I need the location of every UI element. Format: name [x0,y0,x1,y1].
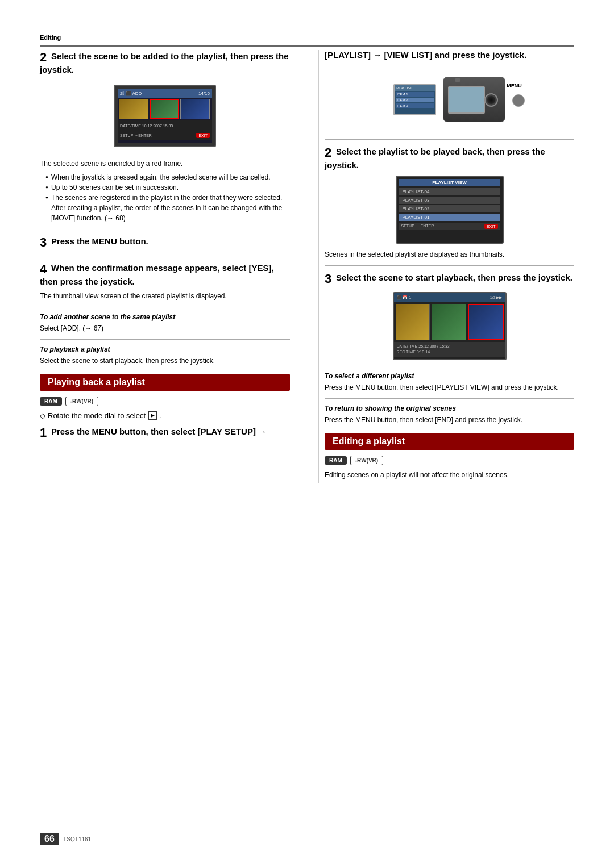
pb-datetime: DATE/TIME 25.12.2007 15:33 [397,344,503,349]
rw-badge-right: -RW(VR) [350,456,383,465]
screen-inner: 2⃣ ⬛ ADD 14/16 DATE/TIME 10.12.2007 15:3… [118,89,212,143]
step2-play-heading: 2 Select the playlist to be played back,… [325,145,574,170]
bullet-2: Up to 50 scenes can be set in succession… [45,182,290,193]
lcd-item1: ITEM 1 [396,92,434,97]
page: Editing 2 Select the scene to be added t… [0,0,614,868]
to-different-text: Press the MENU button, then select [PLAY… [325,382,574,393]
page-footer: 66 LSQT1161 [40,833,91,845]
pb-setup-label: SETUP → PLAY [397,359,426,360]
left-badges: RAM -RW(VR) [40,397,290,406]
thumbnail-note: The thumbnail view screen of the created… [40,291,290,301]
playlist-view-heading: [PLAYLIST] → [VIEW LIST] and press the j… [325,50,574,60]
playback-footer: SETUP → PLAY [394,357,505,360]
page-code: LSQT1161 [64,836,91,842]
step3-heading: 3 Press the MENU button. [40,235,290,250]
step2-heading: 2 Select the scene to be added to the pl… [40,50,290,74]
setup-enter-label: SETUP → ENTER [401,224,434,229]
left-column: 2 Select the scene to be added to the pl… [40,50,296,483]
camera-with-screen: PLAYLIST ITEM 1 ITEM 2 ITEM 3 [393,77,505,122]
camera-lcd-screen: PLAYLIST ITEM 1 ITEM 2 ITEM 3 [393,84,436,115]
toolbar-left: 2⃣ ⬛ ADD [120,91,142,96]
step3-play-number: 3 [325,272,331,286]
lcd-item2: ITEM 2 [396,98,434,102]
setup-label: SETUP →ENTER [120,133,152,137]
step3-play-text: Select the scene to start playback, then… [336,273,572,282]
step3-text: Press the MENU button. [51,236,148,246]
step1-play-heading: 1 Press the MENU button, then select [PL… [40,425,290,440]
camera-screen [448,86,485,114]
camera-body: MENU [443,77,505,122]
rw-badge-left: -RW(VR) [65,397,98,406]
thumb-3 [180,99,210,119]
period: . [159,411,161,420]
lcd-toolbar-text: PLAYLIST [396,86,412,90]
datetime-label: DATE/TIME 10.12.2007 15:33 [120,124,173,128]
exit-btn: EXIT [196,133,210,138]
playback-top-bar: ⬛ 📅 1 1/3 ▶▶ [394,293,505,302]
mode-dial-row: ◇ Rotate the mode dial to select ▶ . [40,411,290,420]
top-divider [40,45,574,47]
divider-4 [40,339,290,340]
step2-number: 2 [40,50,47,64]
playlist-item-03: PLAYLIST-03 [399,197,500,204]
playback-icon-left: ⬛ 📅 1 [397,295,412,300]
camera-lens [484,93,498,107]
playlist-item-01-selected: PLAYLIST-01 [399,214,500,221]
screen-thumbs [118,98,212,120]
lcd-item3: ITEM 3 [396,103,434,108]
thumbnails-note: Scenes in the selected playlist are disp… [325,249,574,260]
to-return-text: Press the MENU button, then select [END]… [325,415,574,425]
right-badges: RAM -RW(VR) [325,456,574,465]
editing-note: Editing scenes on a playlist will not af… [325,470,574,480]
main-content: 2 Select the scene to be added to the pl… [40,50,574,483]
camera-top-button [455,78,460,82]
screen-bottom: SETUP →ENTER EXIT [118,131,212,140]
toolbar-right: 14/16 [198,91,210,96]
to-add-text: Select [ADD]. (→ 67) [40,323,290,333]
playback-screen: ⬛ 📅 1 1/3 ▶▶ DATE/TIME 25.12.2007 15:33 … [393,292,507,360]
playlist-item-02: PLAYLIST-02 [399,205,500,212]
playlist-heading-text: [PLAYLIST] → [VIEW LIST] and press the j… [325,50,526,60]
pb-rectime: REC TIME 0:13:14 [397,349,503,355]
diamond-icon: ◇ [40,411,45,420]
thumb-1 [119,99,148,119]
ram-badge-left: RAM [40,397,62,406]
mode-dial-label: Rotate the mode dial to select [48,411,146,420]
divider-3 [40,307,290,307]
section-label: Editing [40,34,574,41]
camera-illustration: PLAYLIST ITEM 1 ITEM 2 ITEM 3 [325,65,574,133]
step1-play-text: Press the MENU button, then select [PLAY… [51,427,267,436]
divider-right-1 [325,139,574,140]
page-number: 66 [40,833,59,845]
divider-2 [40,256,290,256]
playback-counter: 1/3 ▶▶ [490,295,503,300]
lcd-toolbar: PLAYLIST [395,85,435,91]
divider-1 [40,229,290,229]
playing-back-title: Playing back a playlist [40,374,290,391]
step4-text: When the confirmation message appears, s… [40,263,274,286]
playlist-footer: SETUP → ENTER EXIT [399,223,500,230]
add-scene-screen: 2⃣ ⬛ ADD 14/16 DATE/TIME 10.12.2007 15:3… [114,85,216,147]
step3-play-heading: 3 Select the scene to start playback, th… [325,272,574,286]
to-return-heading: To return to showing the original scenes [325,404,574,412]
divider-right-2 [325,265,574,266]
playback-thumbs-row [394,302,505,342]
step4-number: 4 [40,262,47,276]
step2-bullets: When the joystick is pressed again, the … [40,172,290,223]
step2-play-text: Select the playlist to be played back, t… [325,147,545,170]
playlist-view-screen: PLAYLIST VIEW PLAYLIST-04 PLAYLIST-03 PL… [396,176,504,244]
bullet-1: When the joystick is pressed again, the … [45,172,290,182]
to-add-heading: To add another scene to the same playlis… [40,313,290,321]
to-playback-text: Select the scene to start playback, then… [40,356,290,366]
to-different-heading: To select a different playlist [325,372,574,380]
menu-button [512,94,525,107]
thumb-2-selected [150,99,179,119]
step2-play-number: 2 [325,145,331,160]
pb-thumb-2 [432,304,466,340]
screen-footer: DATE/TIME 10.12.2007 15:33 [118,120,212,131]
step4-heading: 4 When the confirmation message appears,… [40,262,290,286]
pb-thumb-1 [396,304,430,340]
step1-play-number: 1 [40,425,47,440]
red-frame-note: The selected scene is encircled by a red… [40,158,290,169]
divider-right-4 [325,398,574,399]
